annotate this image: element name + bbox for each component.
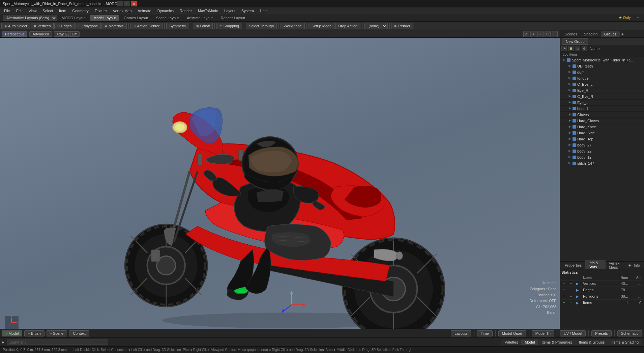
list-item[interactable]: 👁 Hard_Side xyxy=(560,130,644,136)
command-input[interactable] xyxy=(7,340,108,345)
schematic-button[interactable]: Schematic xyxy=(617,330,642,336)
star-only-button[interactable]: ★ Only xyxy=(616,15,634,21)
list-item[interactable]: 👁 Eye_L xyxy=(560,100,644,106)
minus-vertices-button[interactable]: − xyxy=(569,281,572,286)
menu-vertex-map[interactable]: Vertex Map xyxy=(110,8,135,13)
polygons-expand-icon[interactable]: ▶ xyxy=(576,295,579,298)
menu-render[interactable]: Render xyxy=(177,8,195,13)
action-center-button[interactable]: ⊕ Action Center xyxy=(130,23,163,29)
list-item[interactable]: 👁 Eye_R xyxy=(560,87,644,93)
presets-button[interactable]: Presets xyxy=(591,330,611,336)
menu-system[interactable]: System xyxy=(239,8,257,13)
auto-select-button[interactable]: ◈ Auto Select xyxy=(1,23,30,29)
list-item[interactable]: 👁 body_12 xyxy=(560,154,644,160)
vertices-button[interactable]: ◆ Vertices xyxy=(31,23,54,29)
list-item[interactable]: 👁 Hard_Top xyxy=(560,136,644,142)
list-item[interactable]: 👁 headH xyxy=(560,106,644,112)
menu-animate[interactable]: Animate xyxy=(135,8,154,13)
add-layout-button[interactable]: + xyxy=(635,15,641,21)
ray-gl-button[interactable]: Ray GL: Off xyxy=(54,31,80,37)
item-list[interactable]: 👁 Sport_Motorcycle_with_Rider_in_R... 👁 … xyxy=(560,57,644,261)
list-item[interactable]: 👁 Sport_Motorcycle_with_Rider_in_R... xyxy=(560,57,644,63)
items-properties-tab[interactable]: Items & Properties xyxy=(538,340,575,345)
vertices-expand-icon[interactable]: ▶ xyxy=(576,282,579,286)
tab-shading[interactable]: Shading xyxy=(581,31,601,37)
menu-edit[interactable]: Edit xyxy=(13,8,25,13)
scene-mode-button[interactable]: ● Scene xyxy=(47,330,67,336)
menu-item[interactable]: Item xyxy=(56,8,69,13)
info-tab[interactable]: Info xyxy=(631,263,643,268)
drop-action-button[interactable]: Drop Action xyxy=(335,23,360,29)
layout-tab-modo[interactable]: MODO Layout xyxy=(58,15,89,21)
add-vertices-button[interactable]: + xyxy=(563,281,565,286)
minus-items-button[interactable]: − xyxy=(569,300,572,305)
setup-mode-button[interactable]: Setup Mode xyxy=(309,23,334,29)
render-button[interactable]: ▶ Render xyxy=(391,23,413,29)
menu-file[interactable]: File xyxy=(1,8,13,13)
materials-button[interactable]: ◉ Materials xyxy=(101,23,127,29)
minimize-button[interactable]: ─ xyxy=(117,1,123,6)
list-item[interactable]: 👁 tongue xyxy=(560,75,644,81)
list-item[interactable]: 👁 body_27 xyxy=(560,142,644,148)
menu-texture[interactable]: Texture xyxy=(92,8,110,13)
add-items-button[interactable]: + xyxy=(563,300,565,305)
tab-properties[interactable]: Properties xyxy=(561,263,585,268)
vp-home-icon[interactable]: ⌂ xyxy=(523,31,529,37)
model-tab[interactable]: Model xyxy=(521,340,538,345)
menu-layout[interactable]: Layout xyxy=(222,8,238,13)
layout-tab-render[interactable]: Render Layout xyxy=(217,15,248,21)
add-edges-button[interactable]: + xyxy=(563,288,565,292)
list-item[interactable]: 👁 gum xyxy=(560,69,644,75)
menu-geometry[interactable]: Geometry xyxy=(69,8,91,13)
vp-zoom-in-icon[interactable]: + xyxy=(530,31,536,37)
menu-view[interactable]: View xyxy=(26,8,39,13)
tab-groups[interactable]: Groups xyxy=(601,31,620,37)
falloff-button[interactable]: ◑ Falloff xyxy=(193,23,213,29)
lock-icon[interactable]: 🔒 xyxy=(568,46,574,51)
items-expand-icon[interactable]: ▶ xyxy=(576,301,579,305)
new-group-button[interactable]: New Group xyxy=(562,38,588,45)
maximize-button[interactable]: □ xyxy=(124,1,130,6)
add-polygons-button[interactable]: + xyxy=(563,294,565,299)
list-item[interactable]: 👁 Hard_Knee xyxy=(560,124,644,130)
tab-scenes[interactable]: Scenes xyxy=(561,31,581,37)
3d-viewport[interactable]: No Items Polygons : Face Channels: 0 Def… xyxy=(0,38,560,329)
advanced-button[interactable]: Advanced xyxy=(29,31,52,37)
vp-expand-icon[interactable]: ⊞ xyxy=(552,31,558,37)
menu-help[interactable]: Help xyxy=(257,8,270,13)
menu-select[interactable]: Select xyxy=(40,8,56,13)
close-button[interactable]: ✕ xyxy=(131,1,137,6)
model-mode-button[interactable]: ● Model xyxy=(2,330,22,336)
settings-icon[interactable]: ⚙ xyxy=(582,46,587,51)
none-dropdown[interactable]: (none) xyxy=(364,23,388,29)
render-toggle-icon[interactable]: □ xyxy=(575,46,580,51)
symmetry-button[interactable]: Symmetry xyxy=(166,23,189,29)
list-item[interactable]: 👁 C_Eye_R xyxy=(560,93,644,100)
items-groups-tab[interactable]: Items & Groups xyxy=(576,340,608,345)
vp-fit-icon[interactable]: ⊡ xyxy=(545,31,551,37)
layout-tab-scene[interactable]: Scene Layout xyxy=(153,15,182,21)
workplane-button[interactable]: WorkPlane xyxy=(281,23,305,29)
model-tri-button[interactable]: Model Tri xyxy=(532,330,554,336)
edges-expand-icon[interactable]: ▶ xyxy=(576,288,579,292)
eye-toggle-icon[interactable]: 👁 xyxy=(561,46,567,51)
menu-dynamics[interactable]: Dynamics xyxy=(155,8,176,13)
layout-tab-animate[interactable]: Animate Layout xyxy=(183,15,216,21)
snapping-button[interactable]: ✦ Snapping xyxy=(216,23,242,29)
layout-tab-model[interactable]: Model Layout xyxy=(90,15,119,21)
edges-button[interactable]: ⊟ Edges xyxy=(54,23,75,29)
add-prop-tab-button[interactable]: + xyxy=(628,263,631,268)
tab-info-stats[interactable]: Info & Stats xyxy=(585,260,606,270)
brush-mode-button[interactable]: ● Brush xyxy=(24,330,44,336)
polygons-button[interactable]: ⬡ Polygons xyxy=(76,23,101,29)
context-mode-button[interactable]: Context xyxy=(69,330,89,336)
uv-model-button[interactable]: UV / Model xyxy=(560,330,586,336)
select-through-button[interactable]: Select Through xyxy=(246,23,277,29)
layout-tab-games[interactable]: Games Layout xyxy=(120,15,151,21)
list-item[interactable]: 👁 body_22 xyxy=(560,148,644,154)
tab-vertex-maps[interactable]: Vertex Maps xyxy=(606,261,627,270)
perspective-button[interactable]: Perspective xyxy=(2,31,27,37)
items-shading-tab[interactable]: Items & Shading xyxy=(608,340,642,345)
list-item[interactable]: 👁 stitch_147 xyxy=(560,160,644,166)
list-item[interactable]: 👁 Hard_Gloves xyxy=(560,118,644,124)
